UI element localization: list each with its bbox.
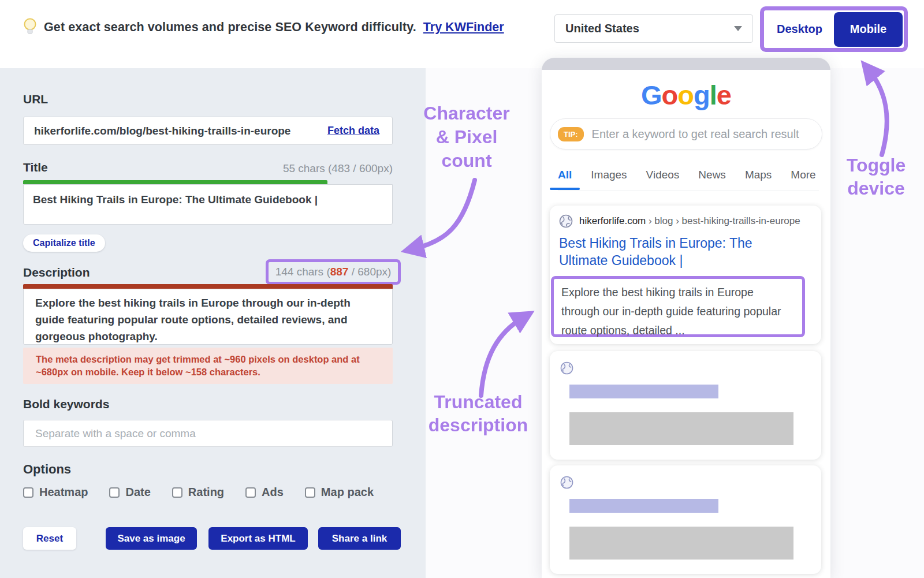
breadcrumb-domain: hikerforlife.com xyxy=(579,215,646,226)
mobile-serp-preview: Google TIP: Enter a keyword to get real … xyxy=(542,58,830,578)
search-placeholder: Enter a keyword to get real search resul… xyxy=(592,128,799,141)
option-rating[interactable]: Rating xyxy=(172,486,224,499)
serp-simulator-page: Get exact search volumes and precise SEO… xyxy=(0,0,924,578)
count-pixels-over: 887 xyxy=(330,266,349,278)
lightbulb-icon xyxy=(23,17,37,37)
tab-videos[interactable]: Videos xyxy=(646,169,680,181)
desktop-toggle-button[interactable]: Desktop xyxy=(765,12,834,47)
title-input[interactable]: Best Hiking Trails in Europe: The Ultima… xyxy=(23,184,393,225)
character-pixel-count-annotation: Character & Pixel count xyxy=(411,102,522,173)
annotation-line: description xyxy=(420,413,536,437)
country-dropdown[interactable]: United States xyxy=(554,14,753,43)
annotation-line: Character xyxy=(411,102,522,125)
globe-favicon-icon xyxy=(560,476,573,489)
description-char-count: 144 chars (887 / 680px) xyxy=(275,266,392,278)
count-suffix: / 680px) xyxy=(348,266,391,278)
google-letter: o xyxy=(677,80,694,110)
description-count-highlight: 144 chars (887 / 680px) xyxy=(266,259,401,285)
truncated-description-annotation: Truncated description xyxy=(420,390,536,437)
placeholder-title-bar xyxy=(569,385,718,398)
placeholder-title-bar xyxy=(569,499,718,513)
annotation-line: device xyxy=(834,177,918,200)
google-letter: l xyxy=(710,80,717,110)
share-a-link-button[interactable]: Share a link xyxy=(318,527,401,550)
heatmap-checkbox[interactable] xyxy=(23,487,33,498)
description-length-bar xyxy=(23,284,393,289)
google-logo: Google xyxy=(542,79,830,111)
result-breadcrumb: hikerforlife.com › blog › best-hiking-tr… xyxy=(559,214,812,228)
tip-badge: TIP: xyxy=(558,127,584,141)
tab-all[interactable]: All xyxy=(558,169,572,181)
capitalize-title-button[interactable]: Capitalize title xyxy=(23,234,105,252)
tab-images[interactable]: Images xyxy=(591,169,627,181)
date-label: Date xyxy=(125,486,150,499)
url-input[interactable] xyxy=(34,125,327,137)
bold-keywords-label: Bold keywords xyxy=(23,397,109,411)
placeholder-description-bar xyxy=(569,412,793,445)
url-input-box: Fetch data xyxy=(23,117,393,145)
device-toggle-highlight: Desktop Mobile xyxy=(760,6,908,52)
description-warning: The meta description may get trimmed at … xyxy=(23,348,393,384)
fetch-data-link[interactable]: Fetch data xyxy=(327,125,379,137)
annotation-line: count xyxy=(411,149,522,173)
annotation-line: & Pixel xyxy=(411,125,522,149)
phone-status-bar xyxy=(542,58,830,70)
map-pack-label: Map pack xyxy=(321,486,374,499)
chevron-down-icon xyxy=(734,26,742,31)
tab-news[interactable]: News xyxy=(698,169,726,181)
description-input[interactable]: Explore the best hiking trails in Europe… xyxy=(23,289,393,345)
save-as-image-button[interactable]: Save as image xyxy=(106,527,197,550)
breadcrumb-path: › blog › best-hiking-traills-in-europe xyxy=(646,215,800,226)
google-letter: g xyxy=(694,80,710,110)
ads-label: Ads xyxy=(262,486,284,499)
options-label: Options xyxy=(23,462,71,477)
export-as-html-button[interactable]: Export as HTML xyxy=(208,527,308,550)
search-result-card: hikerforlife.com › blog › best-hiking-tr… xyxy=(550,206,821,344)
result-title-link[interactable]: Best Hiking Trails in Europe: The Ultima… xyxy=(559,234,802,269)
count-prefix: 144 chars ( xyxy=(275,266,330,278)
truncated-description-highlight: Explore the best hiking trails in Europe… xyxy=(551,276,805,337)
annotation-line: Toggle xyxy=(834,154,918,177)
option-map-pack[interactable]: Map pack xyxy=(305,486,374,499)
title-label: Title xyxy=(23,161,48,174)
placeholder-result-card xyxy=(550,465,821,574)
placeholder-result-card xyxy=(550,351,821,460)
breadcrumb-text: hikerforlife.com › blog › best-hiking-tr… xyxy=(579,215,800,227)
rating-checkbox[interactable] xyxy=(172,487,182,498)
toggle-device-annotation: Toggle device xyxy=(834,154,918,200)
option-ads[interactable]: Ads xyxy=(245,486,284,499)
google-letter: G xyxy=(641,80,662,110)
option-heatmap[interactable]: Heatmap xyxy=(23,486,88,499)
date-checkbox[interactable] xyxy=(109,487,120,498)
promo-text: Get exact search volumes and precise SEO… xyxy=(44,20,416,35)
bold-keywords-input[interactable] xyxy=(23,420,393,447)
tab-maps[interactable]: Maps xyxy=(745,169,772,181)
result-snippet: Explore the best hiking trails in Europe… xyxy=(561,283,795,340)
search-input-pill[interactable]: TIP: Enter a keyword to get real search … xyxy=(550,118,822,150)
annotation-line: Truncated xyxy=(420,390,536,413)
google-letter: e xyxy=(717,80,731,110)
toggle-arrow xyxy=(869,70,887,155)
options-row: Heatmap Date Rating Ads Map pack xyxy=(23,486,374,499)
description-label: Description xyxy=(23,266,90,279)
option-date[interactable]: Date xyxy=(109,486,150,499)
truncated-arrow xyxy=(481,318,523,396)
rating-label: Rating xyxy=(188,486,224,499)
google-letter: o xyxy=(662,80,678,110)
placeholder-description-bar xyxy=(569,527,793,560)
serp-tabs: All Images Videos News Maps More xyxy=(558,169,819,191)
kwfinder-promo: Get exact search volumes and precise SEO… xyxy=(23,17,504,37)
globe-favicon-icon xyxy=(560,361,573,375)
country-dropdown-value: United States xyxy=(565,22,639,35)
try-kwfinder-link[interactable]: Try KWFinder xyxy=(423,20,504,35)
url-label: URL xyxy=(23,92,48,106)
tab-more[interactable]: More xyxy=(791,169,815,181)
reset-button[interactable]: Reset xyxy=(23,527,76,550)
map-pack-checkbox[interactable] xyxy=(305,487,315,498)
ads-checkbox[interactable] xyxy=(245,487,256,498)
heatmap-label: Heatmap xyxy=(39,486,88,499)
title-char-count: 55 chars (483 / 600px) xyxy=(231,162,393,175)
title-length-bar xyxy=(23,180,327,184)
globe-favicon-icon xyxy=(559,214,573,228)
mobile-toggle-button[interactable]: Mobile xyxy=(834,12,903,47)
